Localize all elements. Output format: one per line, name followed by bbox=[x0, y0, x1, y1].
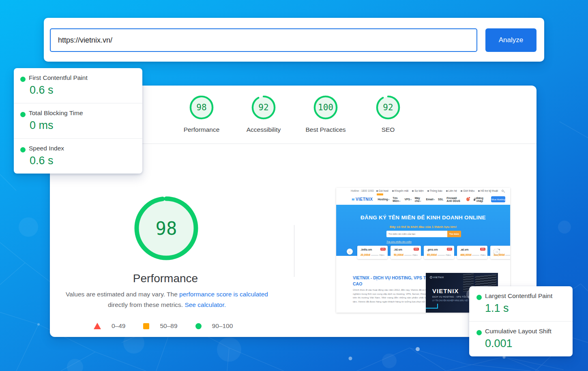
hero-title: ĐĂNG KÝ TÊN MIỀN ĐỂ KINH DOANH ONLINE bbox=[336, 214, 510, 221]
domain-search-input[interactable] bbox=[386, 231, 447, 237]
metric-row-tbt: Total Blocking Time 0 ms bbox=[14, 103, 142, 138]
metric-row-fcp: First Contentful Paint 0.6 s bbox=[14, 68, 142, 103]
score-label-seo[interactable]: SEO bbox=[354, 126, 423, 133]
nav-item-domain[interactable]: Tên Miền bbox=[393, 197, 401, 202]
cart-badge bbox=[468, 197, 470, 199]
metric-value: 1.1 s bbox=[485, 302, 565, 315]
score-disclaimer: Values are estimated and may vary. The p… bbox=[56, 289, 277, 310]
topbar-link[interactable]: Liên hệ bbox=[446, 189, 457, 192]
vertical-divider bbox=[294, 225, 294, 277]
domain-search-button[interactable]: Tìm kiếm bbox=[447, 231, 461, 237]
calc-explainer-link[interactable]: performance score is calculated bbox=[179, 291, 268, 298]
legend-average: 50–89 bbox=[143, 322, 177, 330]
video-subtagline: UY TÍN CHUYÊN NGHIỆP HÀNG ĐẦU VIỆT NAM bbox=[432, 300, 473, 302]
score-label-performance[interactable]: Performance bbox=[167, 126, 236, 133]
search-icon[interactable] bbox=[502, 190, 504, 192]
topbar-link[interactable]: Thông báo bbox=[427, 189, 442, 192]
topbar-link[interactable]: Hỗ trợ kỹ thuật bbox=[478, 189, 498, 192]
legend-pass: 90–100 bbox=[195, 322, 233, 330]
core-metrics-card-right: Largest Contentful Paint 1.1 s Cumulativ… bbox=[469, 286, 573, 356]
topbar-link[interactable]: Giới thiệu bbox=[461, 189, 474, 192]
score-gauge-best-practices[interactable]: 100 bbox=[313, 95, 338, 120]
logo-mark-icon: ≋ bbox=[352, 197, 355, 202]
domain-card[interactable]: .id.vn 53% 50,000đ/Năm bbox=[391, 246, 421, 259]
menu-dot-icon bbox=[461, 190, 462, 192]
vietnix-logo[interactable]: ≋VIETNIX bbox=[352, 197, 373, 202]
discount-badge: 62% bbox=[447, 248, 452, 251]
carousel-next-button[interactable]: → bbox=[494, 249, 500, 255]
cyan-accent bbox=[437, 304, 438, 309]
metric-row-speed-index: Speed Index 0.6 s bbox=[14, 138, 142, 174]
cart-icon[interactable] bbox=[466, 197, 469, 201]
legend-range: 0–49 bbox=[112, 322, 125, 330]
pass-dot-icon bbox=[476, 295, 482, 300]
hero-subtitle: Đây có thể là khởi đầu của 1 thành tựu l… bbox=[336, 225, 510, 229]
menu-dot-icon bbox=[412, 190, 414, 192]
topbar-link[interactable]: Gói host bbox=[376, 189, 388, 192]
old-price-strike bbox=[505, 255, 510, 255]
score-gauge-accessibility[interactable]: 92 bbox=[251, 95, 276, 120]
video-logo-icon bbox=[430, 276, 432, 279]
domain-card[interactable]: .pro.vn 62% 65,000đ/Năm bbox=[424, 246, 454, 259]
menu-dot-icon bbox=[427, 190, 429, 192]
menu-dot-icon bbox=[392, 190, 394, 192]
metric-label: Cumulative Layout Shift bbox=[485, 328, 565, 335]
nav-item-hosting[interactable]: Hosting bbox=[378, 198, 389, 201]
old-price-strike bbox=[371, 255, 378, 255]
topbar-link[interactable]: Khuyến mãi bbox=[392, 189, 408, 192]
url-analyze-card: Analyze bbox=[44, 18, 544, 62]
video-brand-text: VIETNIX bbox=[432, 287, 459, 294]
pass-dot-icon bbox=[20, 147, 26, 152]
nav-items: Hosting Tên Miền VPS Máy chủ Email SSL F… bbox=[378, 197, 462, 202]
buy-hosting-button[interactable]: Mua Hosting bbox=[491, 196, 505, 202]
score-value: 100 bbox=[313, 95, 338, 120]
nav-item-firewall[interactable]: Firewall Anti DDoS bbox=[446, 197, 462, 202]
carousel-prev-button[interactable]: ← bbox=[347, 249, 353, 255]
topbar-link[interactable]: Sự kiện bbox=[412, 189, 423, 192]
domain-search-bar: Tìm kiếm bbox=[386, 231, 461, 237]
url-input[interactable] bbox=[50, 28, 477, 52]
score-gauge-seo[interactable]: 92 bbox=[376, 95, 401, 120]
nav-item-vps[interactable]: VPS bbox=[405, 198, 412, 201]
hotline-label: Hotline : 1800 1093 bbox=[351, 189, 373, 192]
score-legend: 0–49 50–89 90–100 bbox=[94, 322, 233, 330]
performance-main-gauge: 98 bbox=[134, 196, 199, 261]
cyan-accent bbox=[426, 308, 438, 309]
login-link[interactable]: Đăng nhập bbox=[474, 197, 488, 202]
analyze-button[interactable]: Analyze bbox=[485, 28, 536, 52]
sale-badge bbox=[377, 193, 383, 195]
pagespeed-app: Analyze 98 Performance 92 Accessibility bbox=[0, 0, 588, 371]
domain-card[interactable]: .info.vn 42% 20,000đ/Năm bbox=[357, 246, 388, 259]
pass-dot-icon bbox=[20, 77, 26, 82]
menu-dot-icon bbox=[446, 190, 448, 192]
discount-badge: 39% bbox=[480, 248, 485, 251]
score-value: 98 bbox=[189, 95, 214, 120]
menu-dot-icon bbox=[376, 190, 378, 192]
fail-triangle-icon bbox=[94, 323, 101, 329]
gauge-title: Performance bbox=[105, 272, 226, 285]
lock-icon bbox=[474, 199, 475, 201]
metric-label: First Contentful Paint bbox=[29, 74, 135, 81]
old-price-strike bbox=[438, 255, 445, 255]
multi-domain-link[interactable]: Tra cứu nhiều tên miền bbox=[386, 240, 491, 243]
score-label-best-practices[interactable]: Best Practices bbox=[291, 126, 360, 133]
old-price-strike bbox=[472, 255, 479, 255]
gauge-score-value: 98 bbox=[134, 196, 199, 261]
video-logo: VIETNIX bbox=[430, 276, 444, 279]
average-square-icon bbox=[143, 323, 149, 329]
nav-item-ssl[interactable]: SSL bbox=[438, 198, 443, 201]
discount-badge: 53% bbox=[414, 248, 419, 251]
score-value: 92 bbox=[251, 95, 276, 120]
nav-item-server[interactable]: Máy chủ bbox=[415, 197, 423, 202]
score-value: 92 bbox=[376, 95, 401, 120]
metric-label: Total Blocking Time bbox=[29, 109, 135, 117]
discount-badge: 42% bbox=[380, 248, 386, 251]
domain-card[interactable]: .ai.vn 39% 466,000đ/Năm bbox=[457, 246, 487, 259]
see-calculator-link[interactable]: See calculator. bbox=[185, 301, 226, 308]
score-label-accessibility[interactable]: Accessibility bbox=[229, 126, 298, 133]
nav-item-email[interactable]: Email bbox=[426, 198, 435, 201]
score-gauge-performance[interactable]: 98 bbox=[189, 95, 214, 120]
preview-navbar: ≋VIETNIX Hosting Tên Miền VPS Máy chủ Em… bbox=[336, 194, 510, 205]
metric-value: 0.6 s bbox=[30, 154, 135, 167]
metric-value: 0.001 bbox=[485, 337, 565, 350]
